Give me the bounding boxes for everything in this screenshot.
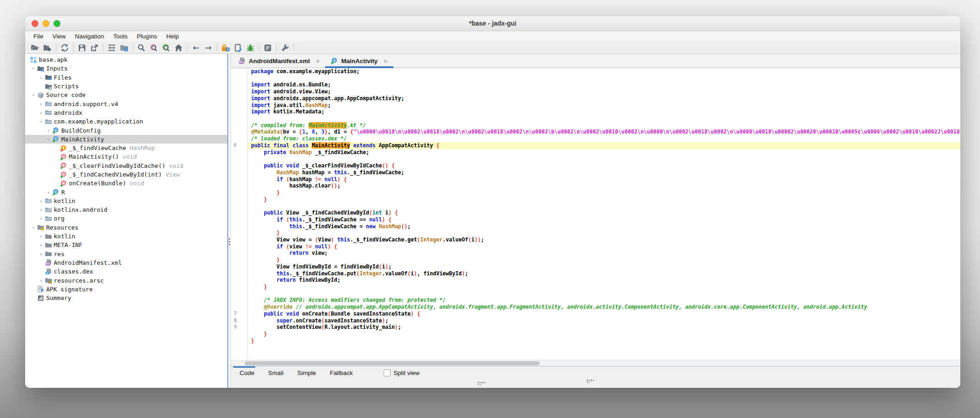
tree-item-kotlin[interactable]: ›kotlin [25, 197, 227, 205]
menu-file[interactable]: File [29, 31, 48, 42]
fit-width-icon[interactable] [106, 42, 118, 53]
reload-icon[interactable] [59, 42, 71, 53]
chevron-collapsed-icon[interactable]: › [37, 233, 45, 239]
file-j-icon: J [45, 268, 52, 275]
line-number [231, 209, 247, 216]
tree-item-label: Scripts [54, 83, 79, 90]
close-window-button[interactable] [32, 20, 38, 27]
minimize-window-button[interactable] [43, 20, 49, 27]
splitter-grip-icon[interactable] [229, 237, 230, 247]
back-icon[interactable]: ← [190, 42, 202, 53]
tree-item-buildconfig[interactable]: ›cBuildConfig [25, 126, 227, 134]
tree-item-apk-signature[interactable]: APK signature [25, 285, 227, 294]
zoom-window-button[interactable] [54, 20, 60, 27]
chevron-collapsed-icon[interactable]: › [45, 189, 52, 195]
tree-item-com-example-myapplication[interactable]: ›com.example.myapplication [25, 117, 227, 126]
menu-help[interactable]: Help [161, 31, 183, 42]
toolbar-separator [276, 43, 277, 52]
tab-mainactivity[interactable]: cMainActivity× [325, 54, 393, 68]
close-tab-icon[interactable]: × [316, 57, 320, 65]
tree-item-kotlinx-android[interactable]: ›kotlinx.android [25, 205, 227, 214]
add-files-icon[interactable] [41, 42, 54, 53]
line-number: 6 [231, 142, 247, 149]
tree-item-scripts[interactable]: Scripts [25, 82, 227, 91]
resize-grip-icon[interactable] [478, 382, 486, 385]
log-viewer-icon[interactable] [262, 42, 274, 53]
tree-item-org[interactable]: ›org [25, 214, 227, 223]
export-icon[interactable] [88, 42, 101, 53]
chevron-expanded-icon[interactable]: › [38, 118, 44, 125]
tree-item-meta-inf[interactable]: ›META-INF [25, 241, 227, 249]
tree-item-android-support-v4[interactable]: ›android.support.v4 [25, 99, 227, 108]
tree-item-res[interactable]: ›res [25, 250, 227, 258]
chevron-collapsed-icon[interactable]: › [37, 207, 45, 213]
menu-plugins[interactable]: Plugins [132, 31, 161, 42]
view-tab-code[interactable]: Code [233, 370, 261, 376]
device-icon[interactable] [232, 42, 244, 53]
view-tab-smali[interactable]: Smali [261, 370, 290, 376]
tree-item-base-apk[interactable]: base.apk [25, 55, 227, 64]
view-tab-fallback[interactable]: Fallback [323, 370, 359, 376]
tree-item-inputs[interactable]: ›Inputs [25, 64, 227, 73]
chevron-expanded-icon[interactable]: › [31, 91, 37, 99]
search-icon[interactable] [135, 42, 148, 53]
panel-splitter[interactable] [227, 54, 231, 388]
tree-item-summary[interactable]: Summary [25, 294, 227, 302]
class-search-icon[interactable] [160, 42, 172, 53]
chevron-collapsed-icon[interactable]: › [37, 278, 45, 284]
horizontal-scrollbar-thumb[interactable] [245, 361, 540, 365]
tree-item-kotlin[interactable]: ›kotlin [25, 232, 227, 241]
forward-icon[interactable]: → [202, 42, 214, 53]
debug-icon[interactable] [244, 42, 257, 53]
code-line: } [231, 196, 960, 203]
chevron-collapsed-icon[interactable]: › [37, 215, 45, 221]
tree-item-resources[interactable]: ›Resources [25, 223, 227, 232]
tree-item-files[interactable]: ›Files [25, 73, 227, 82]
tree-item-classes-dex[interactable]: Jclasses.dex [25, 267, 227, 276]
chevron-expanded-icon[interactable]: › [31, 65, 37, 72]
menu-view[interactable]: View [48, 31, 70, 42]
close-tab-icon[interactable]: × [384, 57, 388, 65]
chevron-collapsed-icon[interactable]: › [37, 251, 45, 257]
chevron-collapsed-icon[interactable]: › [37, 198, 45, 204]
code-line: 8 super.onCreate(savedInstanceState); [231, 317, 960, 324]
chevron-collapsed-icon[interactable]: › [37, 75, 45, 80]
view-tab-simple[interactable]: Simple [290, 370, 323, 376]
menu-tools[interactable]: Tools [109, 31, 133, 42]
open-file-icon[interactable] [29, 42, 41, 53]
tree-item-oncreate-bundle-[interactable]: monCreate(Bundle)void [25, 179, 227, 188]
folder-icon [45, 241, 52, 249]
resize-grip-icon[interactable] [587, 380, 594, 383]
menu-navigation[interactable]: Navigation [70, 31, 109, 42]
save-all-icon[interactable] [76, 42, 88, 53]
chevron-collapsed-icon[interactable]: › [37, 242, 45, 248]
chevron-collapsed-icon[interactable]: › [45, 128, 52, 134]
text-search-icon[interactable] [148, 42, 160, 53]
chevron-expanded-icon[interactable]: › [31, 224, 37, 231]
tab-androidmanifest-xml[interactable]: MFAndroidManifest.xml× [233, 54, 325, 68]
toolbar-separator [294, 43, 294, 52]
tree-item--findviewcache[interactable]: f_$_findViewCacheHashMap [25, 144, 227, 152]
code-editor[interactable]: package com.example.myapplication;import… [231, 68, 960, 360]
tree-item-mainactivity-[interactable]: mMainActivity()void [25, 152, 227, 161]
tree-item-androidx[interactable]: ›androidx [25, 108, 227, 117]
chevron-collapsed-icon[interactable]: › [37, 110, 45, 116]
tree-item--clearfindviewbyidcache-[interactable]: m_$_clearFindViewByIdCache()void [25, 161, 227, 170]
flatten-packages-icon[interactable] [118, 42, 130, 53]
tree-item-mainactivity[interactable]: ›cMainActivity [25, 135, 227, 144]
tree-item-source-code[interactable]: ›Source code [25, 91, 227, 99]
deobfuscation-icon[interactable] [220, 42, 232, 53]
chevron-collapsed-icon[interactable]: › [37, 101, 45, 107]
chevron-expanded-icon[interactable]: › [46, 135, 52, 143]
tree-item-r[interactable]: ›cR [25, 188, 227, 196]
code-line: } [231, 230, 960, 236]
tree-item--findcachedviewbyid-int-[interactable]: m_$_findCachedViewById(int)View [25, 170, 227, 179]
preferences-icon[interactable] [279, 42, 291, 53]
tree-item-resources-arsc[interactable]: ›resources.arsc [25, 276, 227, 284]
tree-item-label: Summary [46, 295, 71, 301]
main-activity-icon[interactable] [172, 42, 185, 53]
split-view-checkbox[interactable] [384, 370, 391, 376]
tree-item-androidmanifest-xml[interactable]: MFAndroidManifest.xml [25, 258, 227, 267]
code-text: if (view != null) { [247, 243, 960, 250]
folder-files-icon [45, 74, 52, 81]
